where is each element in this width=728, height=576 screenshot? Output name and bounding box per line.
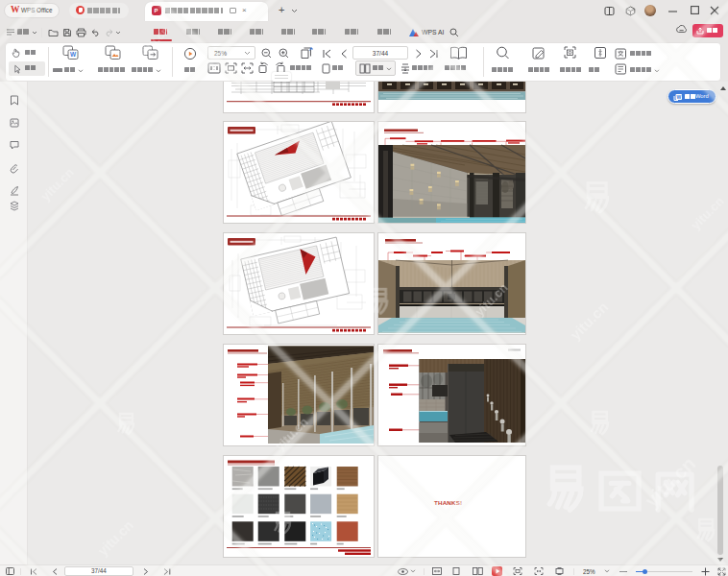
svg-text:W: W xyxy=(70,51,77,58)
svg-text:W: W xyxy=(677,94,682,100)
